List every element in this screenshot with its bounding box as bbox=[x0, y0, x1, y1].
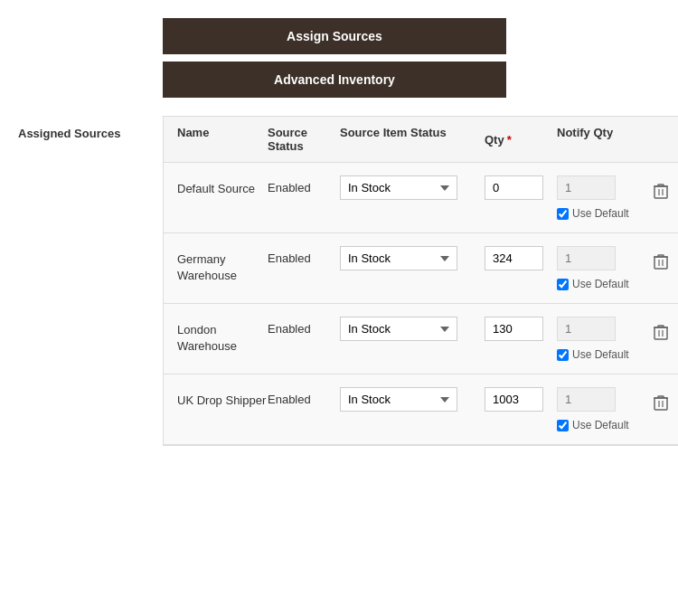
table-row: Germany Warehouse Enabled In StockOut of… bbox=[164, 233, 678, 304]
source-item-status-select[interactable]: In StockOut of Stock bbox=[340, 246, 457, 270]
table-row: London Warehouse Enabled In StockOut of … bbox=[164, 304, 678, 374]
col-header-notify-qty: Notify Qty bbox=[557, 126, 647, 153]
delete-col bbox=[647, 246, 674, 275]
source-status: Enabled bbox=[268, 387, 340, 406]
source-name: UK Drop Shipper bbox=[177, 387, 268, 409]
use-default-checkbox[interactable] bbox=[557, 349, 569, 361]
delete-row-button[interactable] bbox=[652, 393, 670, 416]
notify-qty-input-wrap bbox=[557, 246, 647, 270]
use-default-checkbox[interactable] bbox=[557, 279, 569, 290]
qty-input[interactable] bbox=[485, 387, 543, 412]
notify-qty-input-wrap bbox=[557, 387, 647, 412]
svg-rect-8 bbox=[654, 327, 667, 339]
notify-qty-cell: Use Default bbox=[557, 387, 647, 431]
delete-col bbox=[647, 175, 674, 204]
col-header-qty: Qty* bbox=[485, 126, 557, 153]
notify-qty-input[interactable] bbox=[557, 175, 616, 200]
required-indicator: * bbox=[507, 133, 512, 147]
sources-table: Name Source Status Source Item Status Qt… bbox=[163, 116, 678, 446]
qty-cell bbox=[485, 317, 557, 341]
buttons-area: Assign Sources Advanced Inventory bbox=[163, 18, 660, 98]
notify-qty-input[interactable] bbox=[557, 387, 616, 412]
table-row: Default Source Enabled In StockOut of St… bbox=[164, 163, 678, 233]
use-default-text: Use Default bbox=[572, 348, 629, 361]
source-name: Germany Warehouse bbox=[177, 246, 268, 284]
delete-col bbox=[647, 387, 674, 416]
source-item-status-cell: In StockOut of Stock bbox=[340, 246, 485, 270]
table-row: UK Drop Shipper Enabled In StockOut of S… bbox=[164, 374, 678, 445]
delete-row-button[interactable] bbox=[652, 181, 670, 204]
notify-qty-input-wrap bbox=[557, 175, 647, 200]
source-status: Enabled bbox=[268, 246, 340, 265]
source-status: Enabled bbox=[268, 317, 340, 336]
col-header-actions bbox=[647, 126, 674, 153]
source-status: Enabled bbox=[268, 175, 340, 194]
qty-input[interactable] bbox=[485, 317, 543, 341]
notify-qty-cell: Use Default bbox=[557, 317, 647, 361]
notify-qty-cell: Use Default bbox=[557, 246, 647, 290]
source-name: Default Source bbox=[177, 175, 268, 197]
delete-row-button[interactable] bbox=[652, 322, 670, 346]
section-label: Assigned Sources bbox=[18, 116, 163, 140]
col-header-source-status: Source Status bbox=[268, 126, 340, 153]
source-item-status-select[interactable]: In StockOut of Stock bbox=[340, 317, 457, 341]
use-default-label[interactable]: Use Default bbox=[557, 348, 647, 361]
col-header-name: Name bbox=[177, 126, 268, 153]
use-default-checkbox[interactable] bbox=[557, 208, 569, 220]
delete-col bbox=[647, 317, 674, 346]
notify-qty-input[interactable] bbox=[557, 246, 616, 270]
use-default-text: Use Default bbox=[572, 278, 629, 290]
use-default-label[interactable]: Use Default bbox=[557, 419, 647, 431]
use-default-checkbox[interactable] bbox=[557, 420, 569, 431]
use-default-label[interactable]: Use Default bbox=[557, 207, 647, 220]
qty-input[interactable] bbox=[485, 246, 543, 270]
assign-sources-button[interactable]: Assign Sources bbox=[163, 18, 506, 54]
source-item-status-select[interactable]: In StockOut of Stock bbox=[340, 387, 457, 412]
source-item-status-cell: In StockOut of Stock bbox=[340, 387, 485, 412]
col-header-source-item-status: Source Item Status bbox=[340, 126, 485, 153]
svg-rect-12 bbox=[654, 398, 667, 410]
qty-cell bbox=[485, 175, 557, 200]
svg-rect-4 bbox=[654, 257, 667, 269]
qty-input[interactable] bbox=[485, 175, 543, 200]
advanced-inventory-button[interactable]: Advanced Inventory bbox=[163, 62, 506, 98]
page-wrapper: Assign Sources Advanced Inventory Assign… bbox=[0, 0, 678, 464]
qty-cell bbox=[485, 387, 557, 412]
notify-qty-cell: Use Default bbox=[557, 175, 647, 220]
use-default-text: Use Default bbox=[572, 207, 629, 220]
notify-qty-input[interactable] bbox=[557, 317, 616, 341]
use-default-text: Use Default bbox=[572, 419, 629, 431]
delete-row-button[interactable] bbox=[652, 251, 670, 275]
qty-cell bbox=[485, 246, 557, 270]
rows-container: Default Source Enabled In StockOut of St… bbox=[164, 163, 678, 445]
table-header: Name Source Status Source Item Status Qt… bbox=[164, 117, 678, 163]
assigned-sources-section: Assigned Sources Name Source Status Sour… bbox=[18, 116, 660, 446]
use-default-label[interactable]: Use Default bbox=[557, 278, 647, 290]
svg-rect-0 bbox=[654, 186, 667, 198]
notify-qty-input-wrap bbox=[557, 317, 647, 341]
source-name: London Warehouse bbox=[177, 317, 268, 355]
source-item-status-cell: In StockOut of Stock bbox=[340, 175, 485, 200]
source-item-status-cell: In StockOut of Stock bbox=[340, 317, 485, 341]
source-item-status-select[interactable]: In StockOut of Stock bbox=[340, 175, 457, 200]
